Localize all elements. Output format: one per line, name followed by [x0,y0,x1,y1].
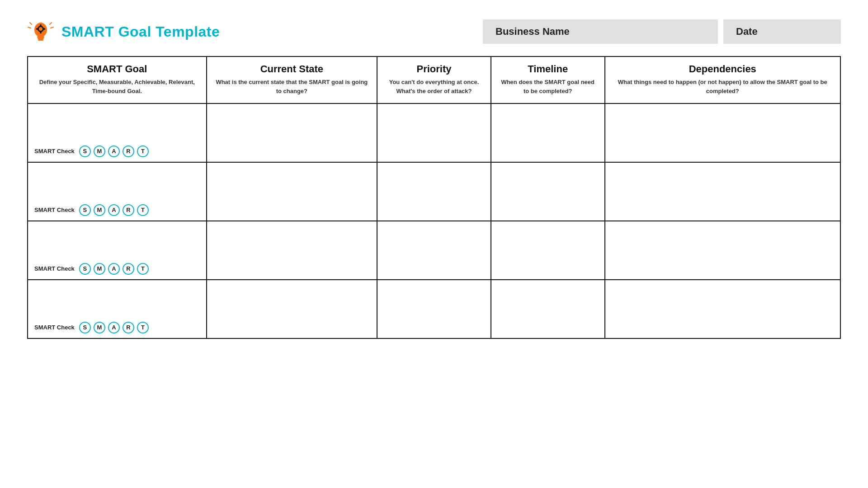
smart-badge-a[interactable]: A [108,322,120,333]
th-smart-goal-desc: Define your Specific, Measurable, Achiev… [39,79,195,94]
cell-priority-1[interactable] [377,103,491,162]
cell-priority-2[interactable] [377,162,491,221]
cell-current-state-4[interactable] [207,280,377,338]
smart-check-3: SMART CheckSMART [34,263,200,275]
app-title: SMART Goal Template [61,23,220,40]
cell-dependencies-4[interactable] [605,280,840,338]
logo-icon [27,18,54,45]
cell-dependencies-1[interactable] [605,103,840,162]
svg-rect-12 [38,38,44,39]
page-header: SMART Goal Template Business Name Date [27,18,841,45]
table-row-2: SMART CheckSMART [28,162,840,221]
th-smart-goal-title: SMART Goal [35,63,199,75]
smart-badge-s[interactable]: S [79,145,91,157]
smart-badge-m[interactable]: M [94,204,105,216]
smart-check-label: SMART Check [34,265,75,272]
smart-badge-s[interactable]: S [79,263,91,275]
smart-check-label: SMART Check [34,324,75,331]
cell-current-state-3[interactable] [207,221,377,280]
cell-timeline-2[interactable] [491,162,605,221]
smart-badge-m[interactable]: M [94,263,105,275]
th-current-state: Current State What is the current state … [207,56,377,103]
smart-badge-t[interactable]: T [137,263,149,275]
smart-badge-t[interactable]: T [137,145,149,157]
smart-badge-r[interactable]: R [123,204,134,216]
cell-current-state-2[interactable] [207,162,377,221]
table-row-1: SMART CheckSMART [28,103,840,162]
cell-smart-goal-2[interactable]: SMART CheckSMART [28,162,207,221]
smart-badge-m[interactable]: M [94,145,105,157]
smart-goal-table: SMART Goal Define your Specific, Measura… [27,56,841,339]
cell-current-state-1[interactable] [207,103,377,162]
th-priority: Priority You can't do everything at once… [377,56,491,103]
smart-badge-r[interactable]: R [123,322,134,333]
smart-badge-s[interactable]: S [79,204,91,216]
smart-check-label: SMART Check [34,206,75,213]
smart-badge-r[interactable]: R [123,263,134,275]
cell-smart-goal-1[interactable]: SMART CheckSMART [28,103,207,162]
smart-check-label: SMART Check [34,148,75,155]
svg-line-14 [30,23,32,24]
smart-badge-s[interactable]: S [79,322,91,333]
svg-rect-13 [38,39,43,41]
header-fields: Business Name Date [483,19,841,44]
cell-timeline-3[interactable] [491,221,605,280]
cell-priority-4[interactable] [377,280,491,338]
th-timeline: Timeline When does the SMART goal need t… [491,56,605,103]
smart-check-2: SMART CheckSMART [34,204,200,216]
svg-line-16 [50,23,52,24]
cell-smart-goal-3[interactable]: SMART CheckSMART [28,221,207,280]
table-row-3: SMART CheckSMART [28,221,840,280]
th-current-state-title: Current State [214,63,370,75]
th-smart-goal: SMART Goal Define your Specific, Measura… [28,56,207,103]
business-name-field[interactable]: Business Name [483,19,718,44]
smart-check-4: SMART CheckSMART [34,322,200,333]
smart-badge-t[interactable]: T [137,204,149,216]
table-header-row: SMART Goal Define your Specific, Measura… [28,56,840,103]
th-dependencies-title: Dependencies [613,63,833,75]
svg-point-2 [39,27,42,31]
th-dependencies-desc: What things need to happen (or not happe… [618,79,827,94]
th-timeline-desc: When does the SMART goal need to be comp… [501,79,594,94]
table-row-4: SMART CheckSMART [28,280,840,338]
smart-badge-r[interactable]: R [123,145,134,157]
cell-dependencies-2[interactable] [605,162,840,221]
smart-badge-t[interactable]: T [137,322,149,333]
smart-badge-a[interactable]: A [108,204,120,216]
th-dependencies: Dependencies What things need to happen … [605,56,840,103]
smart-badge-a[interactable]: A [108,263,120,275]
cell-priority-3[interactable] [377,221,491,280]
th-priority-title: Priority [385,63,483,75]
cell-timeline-1[interactable] [491,103,605,162]
logo-title-group: SMART Goal Template [27,18,483,45]
th-current-state-desc: What is the current state that the SMART… [216,79,368,94]
cell-timeline-4[interactable] [491,280,605,338]
th-timeline-title: Timeline [499,63,597,75]
smart-badge-a[interactable]: A [108,145,120,157]
svg-line-15 [28,27,31,28]
svg-rect-11 [37,36,44,38]
smart-badge-m[interactable]: M [94,322,105,333]
date-field[interactable]: Date [723,19,841,44]
cell-dependencies-3[interactable] [605,221,840,280]
svg-line-17 [51,27,53,28]
cell-smart-goal-4[interactable]: SMART CheckSMART [28,280,207,338]
smart-check-1: SMART CheckSMART [34,145,200,157]
th-priority-desc: You can't do everything at once. What's … [389,79,479,94]
